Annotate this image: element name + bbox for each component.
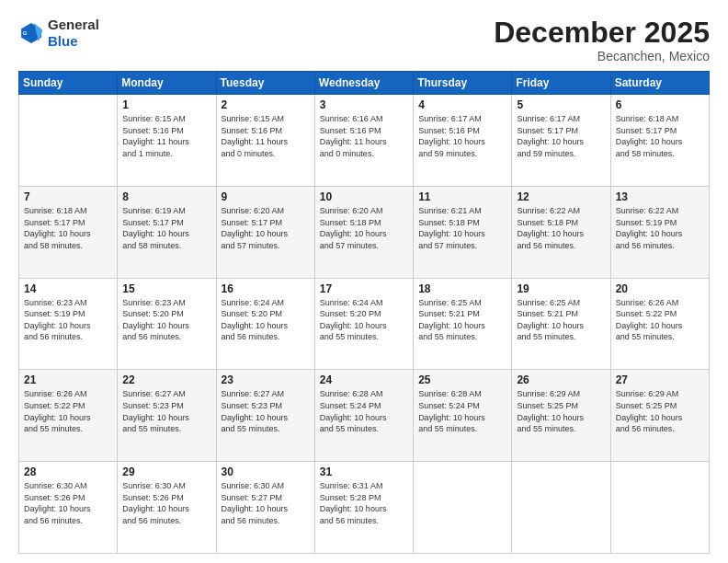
day-info: Sunrise: 6:20 AM Sunset: 5:17 PM Dayligh… [222, 205, 310, 251]
calendar-cell [414, 462, 512, 554]
day-number: 15 [122, 282, 210, 295]
day-number: 2 [222, 98, 310, 111]
day-header-tuesday: Tuesday [216, 72, 314, 95]
calendar-cell: 1Sunrise: 6:15 AM Sunset: 5:16 PM Daylig… [118, 95, 216, 187]
day-number: 18 [418, 282, 506, 295]
calendar-cell: 7Sunrise: 6:18 AM Sunset: 5:17 PM Daylig… [19, 186, 118, 278]
day-number: 4 [418, 98, 506, 111]
week-row-2: 14Sunrise: 6:23 AM Sunset: 5:19 PM Dayli… [19, 278, 710, 370]
day-header-friday: Friday [512, 72, 610, 95]
calendar-cell: 13Sunrise: 6:22 AM Sunset: 5:19 PM Dayli… [610, 186, 709, 278]
calendar-cell: 20Sunrise: 6:26 AM Sunset: 5:22 PM Dayli… [610, 278, 709, 370]
calendar-cell: 4Sunrise: 6:17 AM Sunset: 5:16 PM Daylig… [414, 95, 512, 187]
calendar-cell: 2Sunrise: 6:15 AM Sunset: 5:16 PM Daylig… [216, 95, 314, 187]
day-number: 8 [122, 190, 210, 203]
calendar-cell: 25Sunrise: 6:28 AM Sunset: 5:24 PM Dayli… [414, 370, 512, 462]
day-number: 26 [517, 373, 605, 386]
day-info: Sunrise: 6:23 AM Sunset: 5:20 PM Dayligh… [122, 297, 210, 343]
day-number: 29 [122, 465, 210, 478]
day-header-sunday: Sunday [19, 72, 118, 95]
day-info: Sunrise: 6:22 AM Sunset: 5:19 PM Dayligh… [616, 205, 704, 251]
day-info: Sunrise: 6:29 AM Sunset: 5:25 PM Dayligh… [616, 388, 704, 434]
day-header-monday: Monday [118, 72, 216, 95]
day-info: Sunrise: 6:30 AM Sunset: 5:27 PM Dayligh… [222, 480, 310, 526]
calendar-cell: 29Sunrise: 6:30 AM Sunset: 5:26 PM Dayli… [118, 462, 216, 554]
day-number: 1 [122, 98, 210, 111]
calendar-cell: 12Sunrise: 6:22 AM Sunset: 5:18 PM Dayli… [512, 186, 610, 278]
week-row-0: 1Sunrise: 6:15 AM Sunset: 5:16 PM Daylig… [19, 95, 710, 187]
day-number: 28 [24, 465, 112, 478]
day-number: 25 [418, 373, 506, 386]
calendar-cell: 5Sunrise: 6:17 AM Sunset: 5:17 PM Daylig… [512, 95, 610, 187]
day-header-wednesday: Wednesday [314, 72, 413, 95]
day-number: 5 [517, 98, 605, 111]
logo-text: General Blue [48, 17, 99, 50]
day-info: Sunrise: 6:24 AM Sunset: 5:20 PM Dayligh… [320, 297, 408, 343]
day-number: 24 [320, 373, 408, 386]
title-block: December 2025 Becanchen, Mexico [494, 17, 710, 63]
calendar-cell: 21Sunrise: 6:26 AM Sunset: 5:22 PM Dayli… [19, 370, 118, 462]
day-info: Sunrise: 6:15 AM Sunset: 5:16 PM Dayligh… [222, 113, 310, 159]
day-info: Sunrise: 6:20 AM Sunset: 5:18 PM Dayligh… [320, 205, 408, 251]
calendar-cell: 8Sunrise: 6:19 AM Sunset: 5:17 PM Daylig… [118, 186, 216, 278]
calendar-cell: 19Sunrise: 6:25 AM Sunset: 5:21 PM Dayli… [512, 278, 610, 370]
day-info: Sunrise: 6:25 AM Sunset: 5:21 PM Dayligh… [517, 297, 605, 343]
day-number: 6 [616, 98, 704, 111]
day-info: Sunrise: 6:23 AM Sunset: 5:19 PM Dayligh… [24, 297, 112, 343]
day-info: Sunrise: 6:27 AM Sunset: 5:23 PM Dayligh… [222, 388, 310, 434]
day-number: 20 [616, 282, 704, 295]
day-number: 17 [320, 282, 408, 295]
day-number: 30 [222, 465, 310, 478]
day-info: Sunrise: 6:18 AM Sunset: 5:17 PM Dayligh… [616, 113, 704, 159]
calendar-cell: 18Sunrise: 6:25 AM Sunset: 5:21 PM Dayli… [414, 278, 512, 370]
calendar-cell: 3Sunrise: 6:16 AM Sunset: 5:16 PM Daylig… [314, 95, 413, 187]
day-info: Sunrise: 6:31 AM Sunset: 5:28 PM Dayligh… [320, 480, 408, 526]
calendar-cell: 31Sunrise: 6:31 AM Sunset: 5:28 PM Dayli… [314, 462, 413, 554]
header: G General Blue December 2025 Becanchen, … [18, 17, 710, 63]
day-number: 16 [222, 282, 310, 295]
calendar-cell: 9Sunrise: 6:20 AM Sunset: 5:17 PM Daylig… [216, 186, 314, 278]
calendar-cell: 22Sunrise: 6:27 AM Sunset: 5:23 PM Dayli… [118, 370, 216, 462]
day-number: 22 [122, 373, 210, 386]
calendar-cell: 10Sunrise: 6:20 AM Sunset: 5:18 PM Dayli… [314, 186, 413, 278]
day-info: Sunrise: 6:30 AM Sunset: 5:26 PM Dayligh… [122, 480, 210, 526]
logo: G General Blue [18, 17, 99, 50]
calendar-cell: 24Sunrise: 6:28 AM Sunset: 5:24 PM Dayli… [314, 370, 413, 462]
day-number: 31 [320, 465, 408, 478]
day-info: Sunrise: 6:17 AM Sunset: 5:16 PM Dayligh… [418, 113, 506, 159]
day-number: 3 [320, 98, 408, 111]
svg-text:G: G [23, 29, 28, 36]
calendar-cell: 15Sunrise: 6:23 AM Sunset: 5:20 PM Dayli… [118, 278, 216, 370]
calendar-cell: 28Sunrise: 6:30 AM Sunset: 5:26 PM Dayli… [19, 462, 118, 554]
day-number: 7 [24, 190, 112, 203]
day-info: Sunrise: 6:22 AM Sunset: 5:18 PM Dayligh… [517, 205, 605, 251]
logo-icon: G [18, 20, 44, 46]
calendar-cell: 11Sunrise: 6:21 AM Sunset: 5:18 PM Dayli… [414, 186, 512, 278]
calendar-cell: 16Sunrise: 6:24 AM Sunset: 5:20 PM Dayli… [216, 278, 314, 370]
day-number: 13 [616, 190, 704, 203]
calendar-cell: 26Sunrise: 6:29 AM Sunset: 5:25 PM Dayli… [512, 370, 610, 462]
day-info: Sunrise: 6:26 AM Sunset: 5:22 PM Dayligh… [24, 388, 112, 434]
day-number: 10 [320, 190, 408, 203]
day-info: Sunrise: 6:28 AM Sunset: 5:24 PM Dayligh… [320, 388, 408, 434]
day-number: 9 [222, 190, 310, 203]
calendar-cell: 30Sunrise: 6:30 AM Sunset: 5:27 PM Dayli… [216, 462, 314, 554]
day-info: Sunrise: 6:15 AM Sunset: 5:16 PM Dayligh… [122, 113, 210, 159]
calendar-cell [610, 462, 709, 554]
week-row-1: 7Sunrise: 6:18 AM Sunset: 5:17 PM Daylig… [19, 186, 710, 278]
day-info: Sunrise: 6:30 AM Sunset: 5:26 PM Dayligh… [24, 480, 112, 526]
day-info: Sunrise: 6:29 AM Sunset: 5:25 PM Dayligh… [517, 388, 605, 434]
day-info: Sunrise: 6:16 AM Sunset: 5:16 PM Dayligh… [320, 113, 408, 159]
day-number: 27 [616, 373, 704, 386]
calendar-cell [512, 462, 610, 554]
month-title: December 2025 [494, 17, 710, 49]
day-info: Sunrise: 6:17 AM Sunset: 5:17 PM Dayligh… [517, 113, 605, 159]
calendar-cell: 6Sunrise: 6:18 AM Sunset: 5:17 PM Daylig… [610, 95, 709, 187]
day-number: 23 [222, 373, 310, 386]
day-header-saturday: Saturday [610, 72, 709, 95]
page: G General Blue December 2025 Becanchen, … [0, 0, 728, 563]
day-info: Sunrise: 6:19 AM Sunset: 5:17 PM Dayligh… [122, 205, 210, 251]
day-info: Sunrise: 6:21 AM Sunset: 5:18 PM Dayligh… [418, 205, 506, 251]
week-row-4: 28Sunrise: 6:30 AM Sunset: 5:26 PM Dayli… [19, 462, 710, 554]
day-number: 14 [24, 282, 112, 295]
